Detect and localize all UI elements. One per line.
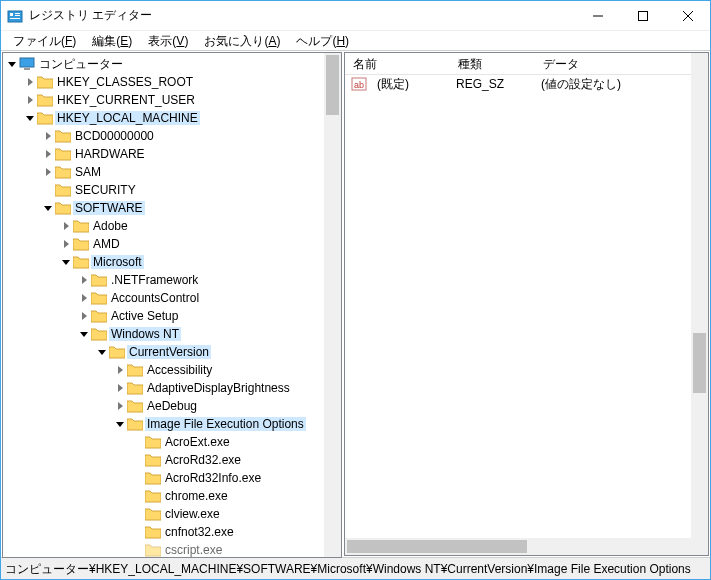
column-data[interactable]: データ (535, 53, 708, 74)
tree-label: HKEY_LOCAL_MACHINE (55, 111, 200, 125)
tree-label: コンピューター (37, 56, 125, 73)
maximize-button[interactable] (620, 1, 665, 30)
folder-icon (127, 381, 143, 395)
menubar: ファイル(F) 編集(E) 表示(V) お気に入り(A) ヘルプ(H) (1, 31, 710, 51)
folder-icon (145, 435, 161, 449)
svg-rect-0 (8, 11, 22, 22)
tree-node-chrome[interactable]: chrome.exe (5, 487, 339, 505)
tree-node-acrord32[interactable]: AcroRd32.exe (5, 451, 339, 469)
close-button[interactable] (665, 1, 710, 30)
menu-help[interactable]: ヘルプ(H) (288, 31, 357, 50)
tree-node-accounts[interactable]: AccountsControl (5, 289, 339, 307)
chevron-down-icon[interactable] (95, 345, 109, 359)
tree-node-sam[interactable]: SAM (5, 163, 339, 181)
tree-label: AcroExt.exe (163, 435, 232, 449)
chevron-right-icon[interactable] (113, 399, 127, 413)
tree-label: Image File Execution Options (145, 417, 306, 431)
minimize-button[interactable] (575, 1, 620, 30)
tree-node-computer[interactable]: コンピューター (5, 55, 339, 73)
svg-text:ab: ab (354, 80, 364, 90)
tree-node-winnt[interactable]: Windows NT (5, 325, 339, 343)
folder-icon (55, 147, 71, 161)
tree-node-hcu[interactable]: HKEY_CURRENT_USER (5, 91, 339, 109)
tree-scroll[interactable]: コンピューター HKEY_CLASSES_ROOT HKEY_CURRENT_U… (3, 53, 341, 557)
chevron-right-icon[interactable] (113, 381, 127, 395)
list-scrollbar-horizontal[interactable] (345, 538, 708, 555)
tree-label: .NETFramework (109, 273, 200, 287)
tree-node-hlm[interactable]: HKEY_LOCAL_MACHINE (5, 109, 339, 127)
folder-icon (145, 543, 161, 557)
tree-node-amd[interactable]: AMD (5, 235, 339, 253)
tree-node-adobe[interactable]: Adobe (5, 217, 339, 235)
chevron-right-icon[interactable] (23, 75, 37, 89)
chevron-right-icon[interactable] (41, 129, 55, 143)
chevron-down-icon[interactable] (77, 327, 91, 341)
chevron-right-icon[interactable] (41, 147, 55, 161)
chevron-down-icon[interactable] (113, 417, 127, 431)
tree-label: AdaptiveDisplayBrightness (145, 381, 292, 395)
tree-node-clview[interactable]: clview.exe (5, 505, 339, 523)
folder-icon (145, 525, 161, 539)
menu-view[interactable]: 表示(V) (140, 31, 196, 50)
folder-icon (145, 507, 161, 521)
tree-node-microsoft[interactable]: Microsoft (5, 253, 339, 271)
tree-node-hardware[interactable]: HARDWARE (5, 145, 339, 163)
tree-node-netfw[interactable]: .NETFramework (5, 271, 339, 289)
column-type[interactable]: 種類 (450, 53, 535, 74)
chevron-right-icon[interactable] (59, 237, 73, 251)
list-scrollbar-vertical[interactable] (691, 53, 708, 538)
chevron-right-icon[interactable] (59, 219, 73, 233)
folder-icon (127, 417, 143, 431)
column-name[interactable]: 名前 (345, 53, 450, 74)
menu-edit[interactable]: 編集(E) (84, 31, 140, 50)
tree-node-acrord32info[interactable]: AcroRd32Info.exe (5, 469, 339, 487)
list-row[interactable]: ab (既定) REG_SZ (値の設定なし) (345, 75, 708, 93)
tree-node-curver[interactable]: CurrentVersion (5, 343, 339, 361)
tree-label: chrome.exe (163, 489, 230, 503)
folder-icon (37, 93, 53, 107)
tree-node-aedebug[interactable]: AeDebug (5, 397, 339, 415)
tree-label: Microsoft (91, 255, 144, 269)
cell-data: (値の設定なし) (533, 76, 629, 93)
chevron-down-icon[interactable] (41, 201, 55, 215)
tree-node-ifeo[interactable]: Image File Execution Options (5, 415, 339, 433)
chevron-down-icon[interactable] (23, 111, 37, 125)
folder-icon (73, 255, 89, 269)
chevron-right-icon[interactable] (41, 165, 55, 179)
chevron-right-icon[interactable] (77, 291, 91, 305)
folder-icon (55, 129, 71, 143)
tree-node-acroext[interactable]: AcroExt.exe (5, 433, 339, 451)
tree-label: Accessibility (145, 363, 214, 377)
tree-node-cscript[interactable]: cscript.exe (5, 541, 339, 557)
chevron-down-icon[interactable] (5, 57, 19, 71)
chevron-right-icon[interactable] (23, 93, 37, 107)
chevron-right-icon[interactable] (77, 273, 91, 287)
tree-node-bcd[interactable]: BCD00000000 (5, 127, 339, 145)
menu-favorites[interactable]: お気に入り(A) (196, 31, 288, 50)
folder-icon (145, 471, 161, 485)
tree-label: Adobe (91, 219, 130, 233)
chevron-down-icon[interactable] (59, 255, 73, 269)
tree-node-hcr[interactable]: HKEY_CLASSES_ROOT (5, 73, 339, 91)
tree-node-software[interactable]: SOFTWARE (5, 199, 339, 217)
tree-label: SAM (73, 165, 103, 179)
tree-node-active[interactable]: Active Setup (5, 307, 339, 325)
chevron-right-icon[interactable] (113, 363, 127, 377)
svg-rect-10 (24, 68, 30, 70)
tree-node-adaptive[interactable]: AdaptiveDisplayBrightness (5, 379, 339, 397)
chevron-right-icon[interactable] (77, 309, 91, 323)
svg-rect-1 (10, 13, 13, 16)
tree-scrollbar-vertical[interactable] (324, 53, 341, 557)
tree-label: SOFTWARE (73, 201, 145, 215)
tree-label: AMD (91, 237, 122, 251)
tree-node-security[interactable]: SECURITY (5, 181, 339, 199)
folder-icon (37, 75, 53, 89)
tree-label: HARDWARE (73, 147, 147, 161)
tree-node-cnfnot32[interactable]: cnfnot32.exe (5, 523, 339, 541)
cell-name: (既定) (369, 76, 448, 93)
titlebar: レジストリ エディター (1, 1, 710, 31)
tree-label: CurrentVersion (127, 345, 211, 359)
folder-icon (109, 345, 125, 359)
menu-file[interactable]: ファイル(F) (5, 31, 84, 50)
tree-node-access[interactable]: Accessibility (5, 361, 339, 379)
